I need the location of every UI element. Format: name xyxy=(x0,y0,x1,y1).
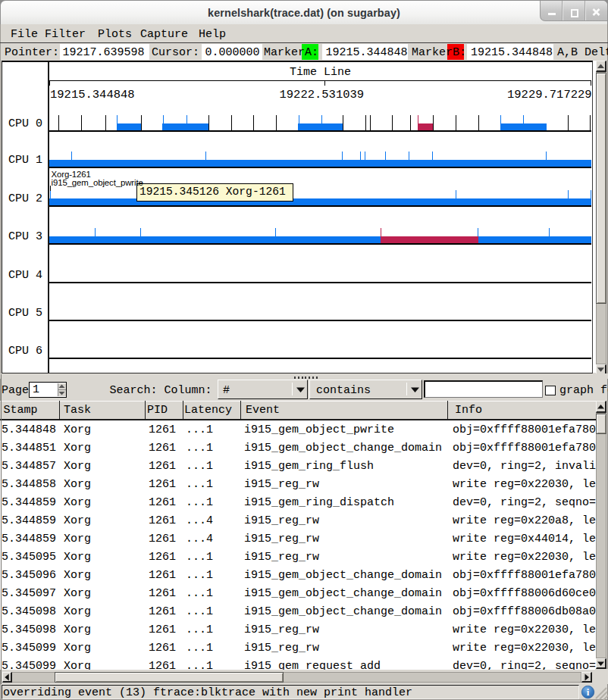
svg-text:i: i xyxy=(587,686,590,698)
